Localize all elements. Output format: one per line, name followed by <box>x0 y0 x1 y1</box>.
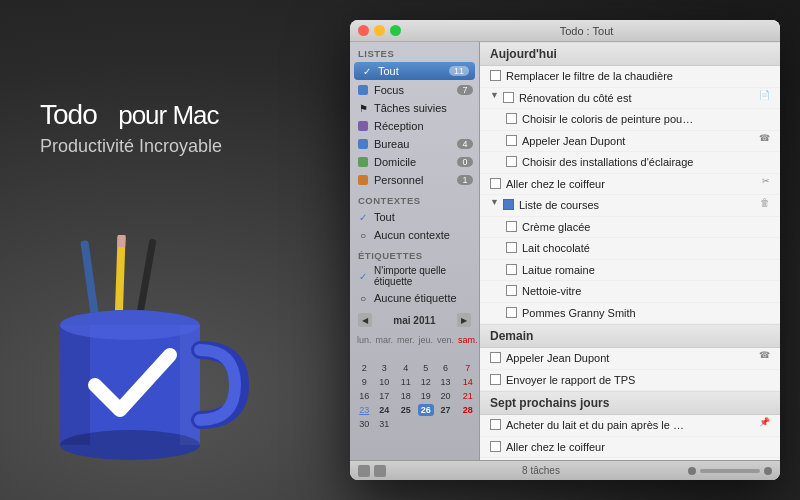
cal-day[interactable] <box>396 348 416 360</box>
cal-day[interactable] <box>418 348 435 360</box>
cal-day[interactable] <box>396 418 416 430</box>
task-checkbox[interactable] <box>490 70 501 81</box>
cal-day[interactable]: 30 <box>356 418 373 430</box>
cal-day[interactable] <box>375 348 395 360</box>
personnel-count: 1 <box>457 175 473 185</box>
cal-day[interactable]: 4 <box>396 362 416 374</box>
expand-icon[interactable]: ▼ <box>490 90 499 100</box>
cal-day[interactable]: 10 <box>375 376 395 388</box>
task-checkbox[interactable] <box>490 419 501 430</box>
task-item[interactable]: ▼ Liste de courses 🗑 <box>480 195 780 217</box>
sidebar-item-reception[interactable]: Réception <box>350 117 479 135</box>
task-item[interactable]: Aller chez le coiffeur <box>480 437 780 459</box>
cal-day[interactable] <box>457 348 479 360</box>
task-item[interactable]: Envoyer le rapport de TPS <box>480 370 780 392</box>
task-item[interactable]: Lait chocolaté <box>480 238 780 260</box>
cal-day[interactable]: 3 <box>375 362 395 374</box>
slider-track[interactable] <box>700 469 760 473</box>
cal-day[interactable] <box>436 418 455 430</box>
calendar-next-button[interactable]: ▶ <box>457 313 471 327</box>
cal-day[interactable]: 7 <box>457 362 479 374</box>
task-checkbox[interactable] <box>506 113 517 124</box>
cal-day[interactable]: 23 <box>356 404 373 416</box>
cal-day[interactable]: 14 <box>457 376 479 388</box>
sidebar-item-personnel[interactable]: Personnel 1 <box>350 171 479 189</box>
task-checkbox[interactable] <box>506 135 517 146</box>
task-checkbox[interactable] <box>506 221 517 232</box>
status-icon-1[interactable] <box>358 465 370 477</box>
cal-day[interactable]: 13 <box>436 376 455 388</box>
task-checkbox[interactable] <box>506 264 517 275</box>
task-item[interactable]: Laitue romaine <box>480 260 780 282</box>
cal-day[interactable] <box>418 418 435 430</box>
sidebar-item-tout[interactable]: ✓ Tout 11 <box>354 62 475 80</box>
task-checkbox[interactable] <box>490 178 501 189</box>
task-item[interactable]: Choisir le coloris de peinture pou… <box>480 109 780 131</box>
cal-day[interactable] <box>436 348 455 360</box>
cal-day[interactable]: 27 <box>436 404 455 416</box>
cal-day[interactable]: 6 <box>436 362 455 374</box>
task-checkbox[interactable] <box>506 285 517 296</box>
cal-day[interactable]: 31 <box>375 418 395 430</box>
task-checkbox-checked[interactable] <box>503 199 514 210</box>
task-text: Pommes Granny Smith <box>522 305 770 322</box>
task-checkbox[interactable] <box>506 242 517 253</box>
status-bar-icons <box>358 465 386 477</box>
cal-day[interactable]: 28 <box>457 404 479 416</box>
cal-day[interactable]: 11 <box>396 376 416 388</box>
sidebar-item-taches[interactable]: ⚑ Tâches suivies <box>350 99 479 117</box>
cal-day[interactable]: 5 <box>418 362 435 374</box>
cal-day-today[interactable]: 26 <box>418 404 435 416</box>
task-item[interactable]: ▼ Rénovation du côté est 📄 <box>480 88 780 110</box>
cal-day[interactable]: 20 <box>436 390 455 402</box>
expand-icon[interactable]: ▼ <box>490 197 499 207</box>
cal-day[interactable]: 2 <box>356 362 373 374</box>
tout-count: 11 <box>449 66 469 76</box>
task-item[interactable]: Nettoie-vitre <box>480 281 780 303</box>
task-item[interactable]: Appeler Jean Dupont ☎ <box>480 131 780 153</box>
svg-rect-10 <box>60 325 90 445</box>
task-checkbox[interactable] <box>503 92 514 103</box>
cal-day[interactable]: 24 <box>375 404 395 416</box>
sidebar-item-domicile[interactable]: Domicile 0 <box>350 153 479 171</box>
sidebar-item-etq-aucune[interactable]: ○ Aucune étiquette <box>350 289 479 307</box>
sidebar-item-bureau[interactable]: Bureau 4 <box>350 135 479 153</box>
focus-icon <box>356 83 370 97</box>
task-checkbox[interactable] <box>490 441 501 452</box>
cal-day[interactable] <box>356 348 373 360</box>
maximize-button[interactable] <box>390 25 401 36</box>
cal-day[interactable]: 21 <box>457 390 479 402</box>
task-text: Choisir le coloris de peinture pou… <box>522 111 770 128</box>
task-checkbox[interactable] <box>490 352 501 363</box>
cal-day[interactable]: 18 <box>396 390 416 402</box>
sidebar-item-etq-nimporte[interactable]: ✓ N'importe quelle étiquette <box>350 263 479 289</box>
task-item[interactable]: Appeler Jean Dupont ☎ <box>480 348 780 370</box>
cal-day[interactable] <box>457 418 479 430</box>
task-item[interactable]: Remplacer le filtre de la chaudière <box>480 66 780 88</box>
cal-day[interactable]: 9 <box>356 376 373 388</box>
cal-day[interactable]: 16 <box>356 390 373 402</box>
cal-day[interactable]: 12 <box>418 376 435 388</box>
task-item[interactable]: Pommes Granny Smith <box>480 303 780 325</box>
task-item[interactable]: Aller chez le coiffeur ✂ <box>480 174 780 196</box>
task-checkbox[interactable] <box>506 156 517 167</box>
sidebar-item-ctx-aucun[interactable]: ○ Aucun contexte <box>350 226 479 244</box>
task-checkbox[interactable] <box>490 374 501 385</box>
cal-day[interactable]: 19 <box>418 390 435 402</box>
delete-icon[interactable]: 🗑 <box>760 197 770 208</box>
cal-day[interactable]: 25 <box>396 404 416 416</box>
sidebar-item-focus[interactable]: Focus 7 <box>350 81 479 99</box>
task-item[interactable]: Acheter du lait et du pain après le … 📌 <box>480 415 780 437</box>
task-checkbox[interactable] <box>506 307 517 318</box>
cal-day[interactable]: 17 <box>375 390 395 402</box>
close-button[interactable] <box>358 25 369 36</box>
tomorrow-header: Demain <box>480 324 780 348</box>
status-icon-2[interactable] <box>374 465 386 477</box>
calendar-prev-button[interactable]: ◀ <box>358 313 372 327</box>
calendar-section: ◀ mai 2011 ▶ lun. mar. mer. jeu. ven. sa… <box>350 307 479 436</box>
calendar-month-label: mai 2011 <box>393 315 435 326</box>
task-item[interactable]: Crème glacée <box>480 217 780 239</box>
task-item[interactable]: Choisir des installations d'éclairage <box>480 152 780 174</box>
minimize-button[interactable] <box>374 25 385 36</box>
sidebar-item-ctx-tout[interactable]: ✓ Tout <box>350 208 479 226</box>
